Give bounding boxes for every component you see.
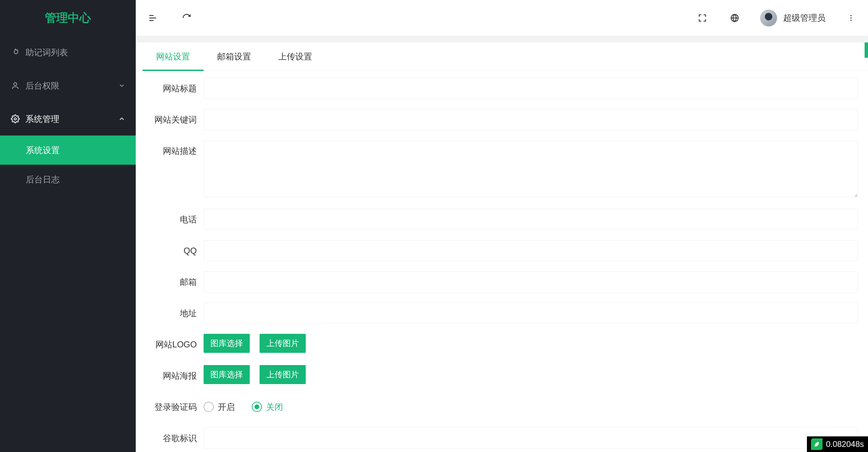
user-icon xyxy=(10,81,20,90)
input-site-keywords[interactable] xyxy=(204,109,858,130)
label-address: 地址 xyxy=(146,303,204,324)
radio-label-on: 开启 xyxy=(218,401,235,413)
sidebar-item-label: 后台权限 xyxy=(25,80,59,91)
btn-logo-gallery[interactable]: 图库选择 xyxy=(204,334,250,353)
input-address[interactable] xyxy=(204,303,858,324)
btn-logo-upload[interactable]: 上传图片 xyxy=(260,334,306,353)
username-label: 超级管理员 xyxy=(783,12,826,23)
flame-icon xyxy=(10,48,20,57)
radio-captcha-off[interactable]: 关闭 xyxy=(252,401,283,413)
input-site-title[interactable] xyxy=(204,78,858,99)
label-site-desc: 网站描述 xyxy=(146,140,204,161)
label-qq: QQ xyxy=(146,240,204,261)
content-area: 网站设置 邮箱设置 上传设置 网站标题 网站关键词 网站描述 电话 xyxy=(136,36,868,452)
svg-point-1 xyxy=(14,118,17,120)
input-google-id[interactable] xyxy=(204,428,858,449)
sidebar-item-permission[interactable]: 后台权限 xyxy=(0,69,136,102)
settings-panel: 网站设置 邮箱设置 上传设置 网站标题 网站关键词 网站描述 电话 xyxy=(136,42,868,452)
settings-form: 网站标题 网站关键词 网站描述 电话 QQ 邮箱 xyxy=(136,71,868,452)
header: 超级管理员 xyxy=(136,0,868,36)
input-phone[interactable] xyxy=(204,209,858,230)
sidebar-item-mnemonic[interactable]: 助记词列表 xyxy=(0,36,136,69)
input-qq[interactable] xyxy=(204,240,858,261)
svg-point-5 xyxy=(850,20,852,21)
radio-label-off: 关闭 xyxy=(266,401,283,413)
input-email[interactable] xyxy=(204,271,858,292)
label-site-logo: 网站LOGO xyxy=(146,334,204,355)
radio-captcha-on[interactable]: 开启 xyxy=(204,401,235,413)
more-menu-button[interactable] xyxy=(844,11,858,25)
sidebar-subitem-system-settings[interactable]: 系统设置 xyxy=(0,135,136,165)
toggle-sidebar-button[interactable] xyxy=(146,11,159,25)
sidebar-item-label: 系统管理 xyxy=(25,113,59,125)
label-site-poster: 网站海报 xyxy=(146,365,204,386)
sidebar-subitem-admin-log[interactable]: 后台日志 xyxy=(0,165,136,194)
perf-badge[interactable]: 0.082048s xyxy=(807,436,868,452)
label-site-title: 网站标题 xyxy=(146,78,204,99)
gear-icon xyxy=(10,114,20,123)
label-google-id: 谷歌标识 xyxy=(146,428,204,449)
tabs: 网站设置 邮箱设置 上传设置 xyxy=(136,42,868,71)
chevron-up-icon xyxy=(118,115,126,123)
btn-poster-upload[interactable]: 上传图片 xyxy=(260,365,306,384)
scroll-indicator[interactable] xyxy=(865,42,868,58)
svg-point-3 xyxy=(850,15,852,16)
svg-point-0 xyxy=(14,83,17,86)
label-site-keywords: 网站关键词 xyxy=(146,109,204,130)
app-logo-title: 管理中心 xyxy=(0,0,136,36)
sidebar-item-label: 助记词列表 xyxy=(25,47,68,58)
refresh-button[interactable] xyxy=(180,11,193,25)
tab-mail-settings[interactable]: 邮箱设置 xyxy=(204,42,265,71)
svg-point-4 xyxy=(850,17,852,19)
tab-site-settings[interactable]: 网站设置 xyxy=(143,42,204,71)
tab-upload-settings[interactable]: 上传设置 xyxy=(265,42,326,71)
label-login-captcha: 登录验证码 xyxy=(146,396,204,417)
avatar xyxy=(760,10,777,26)
btn-poster-gallery[interactable]: 图库选择 xyxy=(204,365,250,384)
textarea-site-desc[interactable] xyxy=(204,140,858,197)
radio-circle-icon xyxy=(204,402,214,412)
perf-time: 0.082048s xyxy=(826,439,864,449)
sidebar-subitem-label: 系统设置 xyxy=(26,145,60,156)
fullscreen-button[interactable] xyxy=(696,11,709,25)
sidebar-item-system[interactable]: 系统管理 xyxy=(0,102,136,135)
language-button[interactable] xyxy=(728,11,741,25)
chevron-down-icon xyxy=(118,82,126,89)
label-phone: 电话 xyxy=(146,209,204,230)
radio-circle-icon xyxy=(252,402,262,412)
label-email: 邮箱 xyxy=(146,271,204,292)
sidebar: 管理中心 助记词列表 后台权限 系统管理 系统设置 后台日志 xyxy=(0,0,136,452)
sidebar-subitem-label: 后台日志 xyxy=(26,174,60,185)
leaf-icon xyxy=(811,438,823,450)
user-menu[interactable]: 超级管理员 xyxy=(760,10,826,26)
